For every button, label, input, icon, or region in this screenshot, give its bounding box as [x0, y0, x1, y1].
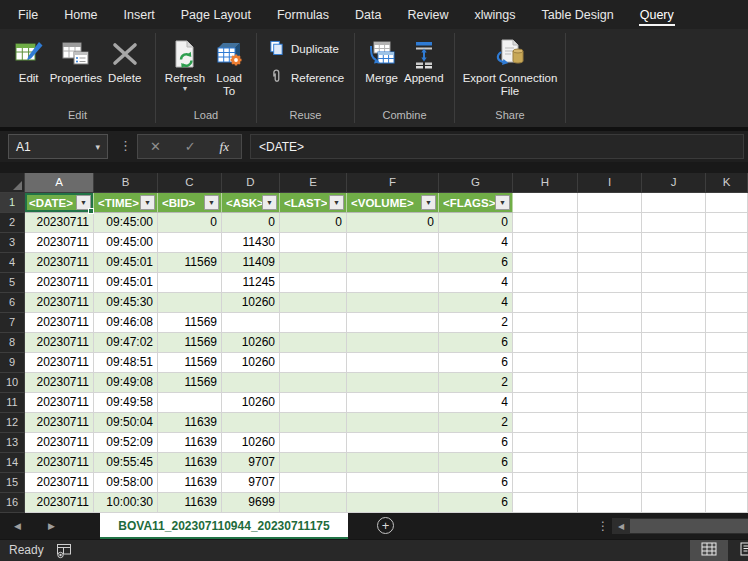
cell[interactable]: 0 — [439, 213, 513, 233]
formula-bar-dots-icon[interactable]: ⋮ — [119, 138, 132, 153]
cell[interactable]: 09:49:08 — [94, 373, 158, 393]
cell[interactable]: 20230711 — [25, 293, 94, 313]
cell[interactable] — [513, 233, 578, 253]
cell[interactable] — [347, 313, 439, 333]
cancel-icon[interactable]: ✕ — [150, 139, 161, 154]
filter-dropdown-icon[interactable]: ▼ — [495, 195, 510, 210]
cell[interactable]: 11639 — [158, 493, 222, 513]
table-header-cell[interactable]: <LAST>▼ — [280, 193, 347, 213]
cell[interactable] — [513, 493, 578, 513]
filter-dropdown-icon[interactable]: ▼ — [76, 195, 91, 210]
cell[interactable] — [642, 233, 706, 253]
normal-view-button[interactable] — [690, 540, 728, 561]
cell[interactable]: 20230711 — [25, 213, 94, 233]
cell[interactable] — [642, 293, 706, 313]
cell[interactable]: 2 — [439, 313, 513, 333]
cell[interactable]: 20230711 — [25, 233, 94, 253]
cell[interactable] — [158, 293, 222, 313]
scrollbar-thumb[interactable] — [630, 519, 748, 533]
cell[interactable]: 20230711 — [25, 273, 94, 293]
cell[interactable] — [706, 353, 748, 373]
cell[interactable]: 11569 — [158, 333, 222, 353]
name-box[interactable]: A1 ▾ — [8, 134, 108, 159]
cell[interactable] — [280, 273, 347, 293]
cell[interactable]: 6 — [439, 353, 513, 373]
filter-dropdown-icon[interactable]: ▼ — [421, 195, 436, 210]
cell[interactable] — [706, 333, 748, 353]
cell[interactable] — [642, 393, 706, 413]
cell[interactable]: 20230711 — [25, 453, 94, 473]
column-header-e[interactable]: E — [280, 173, 347, 193]
cell[interactable]: 11430 — [222, 233, 280, 253]
cell[interactable] — [706, 193, 748, 213]
cell[interactable] — [706, 233, 748, 253]
cell[interactable] — [578, 433, 642, 453]
cell[interactable]: 10260 — [222, 433, 280, 453]
row-header-16[interactable]: 16 — [0, 493, 25, 513]
cell[interactable]: 20230711 — [25, 413, 94, 433]
cell[interactable] — [513, 293, 578, 313]
select-all-button[interactable] — [0, 173, 25, 193]
cell[interactable] — [347, 233, 439, 253]
cell[interactable]: 09:45:01 — [94, 273, 158, 293]
cell[interactable] — [280, 333, 347, 353]
cell[interactable]: 20230711 — [25, 433, 94, 453]
sheet-tab-active[interactable]: BOVA11_202307110944_20230711175 — [100, 513, 348, 539]
cell[interactable] — [642, 453, 706, 473]
cell[interactable] — [642, 473, 706, 493]
cell[interactable]: 09:55:45 — [94, 453, 158, 473]
cell[interactable] — [578, 253, 642, 273]
cell[interactable]: 9707 — [222, 453, 280, 473]
cell[interactable] — [642, 273, 706, 293]
cell[interactable] — [347, 493, 439, 513]
row-header-2[interactable]: 2 — [0, 213, 25, 233]
edit-button[interactable]: Edit — [11, 34, 47, 87]
ribbon-tab-table-design[interactable]: Table Design — [528, 0, 626, 29]
cell[interactable]: 4 — [439, 293, 513, 313]
cell[interactable]: 09:45:30 — [94, 293, 158, 313]
cell[interactable]: 11409 — [222, 253, 280, 273]
cell[interactable]: 11245 — [222, 273, 280, 293]
filter-dropdown-icon[interactable]: ▼ — [329, 195, 344, 210]
table-header-cell[interactable]: <TIME>▼ — [94, 193, 158, 213]
page-layout-view-button[interactable] — [734, 540, 748, 561]
column-header-d[interactable]: D — [222, 173, 280, 193]
cell[interactable] — [347, 393, 439, 413]
cell[interactable] — [706, 453, 748, 473]
cell[interactable] — [513, 253, 578, 273]
cell[interactable]: 20230711 — [25, 373, 94, 393]
cell[interactable] — [513, 333, 578, 353]
cell[interactable] — [347, 453, 439, 473]
cell[interactable] — [513, 313, 578, 333]
cell[interactable] — [578, 453, 642, 473]
filter-dropdown-icon[interactable]: ▼ — [140, 195, 155, 210]
cell[interactable]: 2 — [439, 373, 513, 393]
cell[interactable]: 9699 — [222, 493, 280, 513]
row-header-13[interactable]: 13 — [0, 433, 25, 453]
cell[interactable] — [706, 293, 748, 313]
cell[interactable] — [578, 393, 642, 413]
duplicate-button[interactable]: Duplicate — [269, 40, 339, 57]
row-header-5[interactable]: 5 — [0, 273, 25, 293]
cell[interactable] — [513, 193, 578, 213]
cell[interactable] — [642, 213, 706, 233]
cell[interactable] — [347, 473, 439, 493]
new-sheet-button[interactable]: + — [377, 517, 394, 534]
cell[interactable] — [222, 313, 280, 333]
sheet-nav-next-icon[interactable]: ▶ — [48, 521, 55, 531]
cell[interactable]: 4 — [439, 393, 513, 413]
cell[interactable]: 20230711 — [25, 493, 94, 513]
cell[interactable] — [642, 253, 706, 273]
cell[interactable]: 20230711 — [25, 473, 94, 493]
cell[interactable]: 09:45:00 — [94, 213, 158, 233]
cell[interactable]: 09:48:51 — [94, 353, 158, 373]
cell[interactable] — [280, 393, 347, 413]
cell[interactable] — [706, 413, 748, 433]
cell[interactable]: 6 — [439, 253, 513, 273]
cell[interactable] — [158, 393, 222, 413]
cell[interactable] — [706, 433, 748, 453]
properties-button[interactable]: Properties — [47, 34, 105, 87]
tabbar-dots-icon[interactable]: ⋮ — [597, 519, 609, 533]
reference-button[interactable]: Reference — [269, 69, 344, 86]
cell[interactable]: 09:46:08 — [94, 313, 158, 333]
